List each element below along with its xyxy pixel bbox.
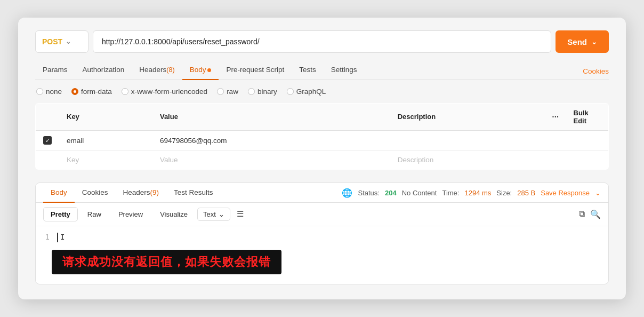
search-icon[interactable]: 🔍 bbox=[590, 209, 601, 219]
col-checkbox bbox=[36, 103, 60, 130]
method-label: POST bbox=[42, 37, 62, 46]
copy-icon[interactable]: ⧉ bbox=[579, 209, 585, 219]
body-active-dot bbox=[207, 68, 211, 72]
row1-checkbox[interactable]: ✓ bbox=[36, 130, 60, 150]
radio-form-data[interactable]: form-data bbox=[71, 88, 112, 96]
radio-raw[interactable]: raw bbox=[217, 88, 238, 96]
row1-dots bbox=[544, 130, 566, 150]
col-description: Description bbox=[390, 103, 544, 130]
resp-tab-headers[interactable]: Headers(9) bbox=[116, 183, 167, 203]
row1-key[interactable]: email bbox=[59, 130, 152, 150]
resp-tab-body[interactable]: Body bbox=[43, 183, 75, 203]
fmt-visualize-button[interactable]: Visualize bbox=[152, 207, 195, 221]
annotation-banner: 请求成功没有返回值，如果失败会报错 bbox=[52, 250, 281, 274]
row2-checkbox bbox=[36, 150, 60, 170]
resp-tab-test-results[interactable]: Test Results bbox=[166, 183, 221, 203]
row1-value[interactable]: 694798056@qq.com bbox=[152, 130, 390, 150]
tab-headers[interactable]: Headers(8) bbox=[132, 62, 182, 80]
filter-icon[interactable]: ☰ bbox=[237, 209, 244, 219]
row2-bulk bbox=[566, 150, 609, 170]
cursor-text-icon: I bbox=[60, 233, 65, 241]
time-value: 1294 ms bbox=[464, 189, 491, 197]
size-value: 285 B bbox=[517, 189, 535, 197]
radio-x-www-form-urlencoded[interactable]: x-www-form-urlencoded bbox=[122, 88, 207, 96]
text-type-chevron-icon: ⌄ bbox=[219, 210, 224, 218]
radio-urlencoded-circle bbox=[122, 88, 128, 95]
save-response-button[interactable]: Save Response bbox=[541, 189, 590, 197]
send-button[interactable]: Send ⌄ bbox=[556, 30, 609, 53]
table-row: Key Value Description bbox=[36, 150, 609, 170]
annotation-area: 请求成功没有返回值，如果失败会报错 bbox=[36, 245, 608, 279]
row1-bulk bbox=[566, 130, 609, 150]
radio-none-circle bbox=[36, 88, 43, 95]
status-label: Status: bbox=[358, 189, 379, 197]
radio-raw-circle bbox=[217, 88, 224, 95]
col-dots: ⋯ bbox=[544, 103, 566, 130]
save-response-chevron-icon: ⌄ bbox=[595, 189, 601, 197]
checkmark-icon: ✓ bbox=[43, 136, 52, 145]
method-chevron-icon: ⌄ bbox=[66, 38, 71, 45]
method-select[interactable]: POST ⌄ bbox=[35, 30, 88, 53]
radio-none[interactable]: none bbox=[36, 88, 62, 96]
text-type-select[interactable]: Text ⌄ bbox=[197, 208, 230, 221]
response-line-1: 1 I bbox=[36, 232, 608, 243]
send-chevron-icon: ⌄ bbox=[591, 38, 597, 46]
fmt-pretty-button[interactable]: Pretty bbox=[43, 207, 78, 221]
response-body: 1 I 请求成功没有返回值，如果失败会报错 bbox=[36, 226, 608, 284]
response-meta: 🌐 Status: 204 No Content Time: 1294 ms S… bbox=[342, 188, 601, 198]
radio-graphql[interactable]: GraphQL bbox=[287, 88, 326, 96]
body-type-row: none form-data x-www-form-urlencoded raw… bbox=[35, 88, 609, 96]
response-tabs-row: Body Cookies Headers(9) Test Results 🌐 S… bbox=[36, 183, 608, 203]
globe-icon: 🌐 bbox=[342, 188, 352, 198]
status-text: No Content bbox=[402, 189, 437, 197]
text-cursor bbox=[57, 233, 58, 242]
tab-tests[interactable]: Tests bbox=[292, 62, 324, 80]
tab-pre-request[interactable]: Pre-request Script bbox=[219, 62, 292, 80]
radio-form-data-circle bbox=[71, 88, 78, 95]
tab-params[interactable]: Params bbox=[35, 62, 75, 80]
radio-binary[interactable]: binary bbox=[248, 88, 277, 96]
format-bar: Pretty Raw Preview Visualize Text ⌄ ☰ ⧉ … bbox=[36, 203, 608, 226]
time-label: Time: bbox=[442, 189, 459, 197]
response-section: Body Cookies Headers(9) Test Results 🌐 S… bbox=[35, 183, 609, 284]
row1-description[interactable] bbox=[390, 130, 544, 150]
col-bulk-edit[interactable]: Bulk Edit bbox=[566, 103, 609, 130]
status-code: 204 bbox=[385, 189, 397, 197]
resp-tab-cookies[interactable]: Cookies bbox=[75, 183, 116, 203]
fmt-preview-button[interactable]: Preview bbox=[111, 207, 150, 221]
line-number-1: 1 bbox=[36, 233, 57, 241]
cookies-link[interactable]: Cookies bbox=[583, 67, 609, 75]
kv-table: Key Value Description ⋯ Bulk Edit ✓ emai… bbox=[35, 103, 609, 170]
main-window: POST ⌄ Send ⌄ Params Authorization Heade… bbox=[18, 18, 626, 299]
radio-binary-circle bbox=[248, 88, 255, 95]
tab-settings[interactable]: Settings bbox=[324, 62, 365, 80]
radio-graphql-circle bbox=[287, 88, 294, 95]
response-icon-row: ⧉ 🔍 bbox=[579, 209, 601, 219]
table-row: ✓ email 694798056@qq.com bbox=[36, 130, 609, 150]
url-bar: POST ⌄ Send ⌄ bbox=[35, 30, 609, 53]
tab-body[interactable]: Body bbox=[182, 62, 219, 80]
tab-authorization[interactable]: Authorization bbox=[75, 62, 132, 80]
row2-value[interactable]: Value bbox=[152, 150, 390, 170]
row2-description[interactable]: Description bbox=[390, 150, 544, 170]
row2-dots bbox=[544, 150, 566, 170]
col-value: Value bbox=[152, 103, 390, 130]
size-label: Size: bbox=[496, 189, 512, 197]
request-tabs: Params Authorization Headers(8) Body Pre… bbox=[35, 62, 609, 80]
row2-key[interactable]: Key bbox=[59, 150, 152, 170]
col-key: Key bbox=[59, 103, 152, 130]
fmt-raw-button[interactable]: Raw bbox=[80, 207, 109, 221]
url-input[interactable] bbox=[93, 30, 551, 53]
